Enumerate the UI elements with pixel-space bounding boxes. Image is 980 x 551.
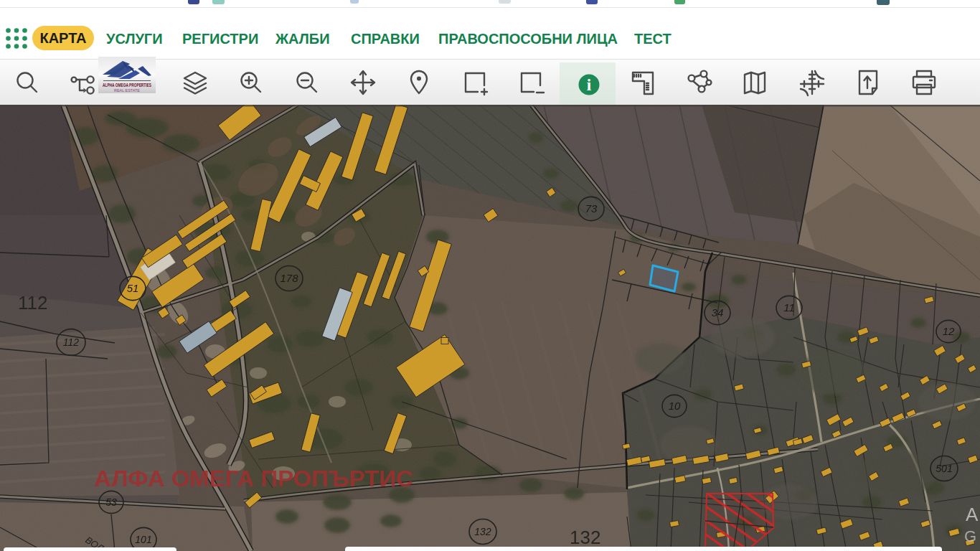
svg-text:ALPHA OMEGA PROPERTIES: ALPHA OMEGA PROPERTIES	[103, 83, 152, 88]
svg-text:i: i	[587, 76, 592, 94]
svg-text:REAL ESTATE: REAL ESTATE	[114, 88, 140, 93]
